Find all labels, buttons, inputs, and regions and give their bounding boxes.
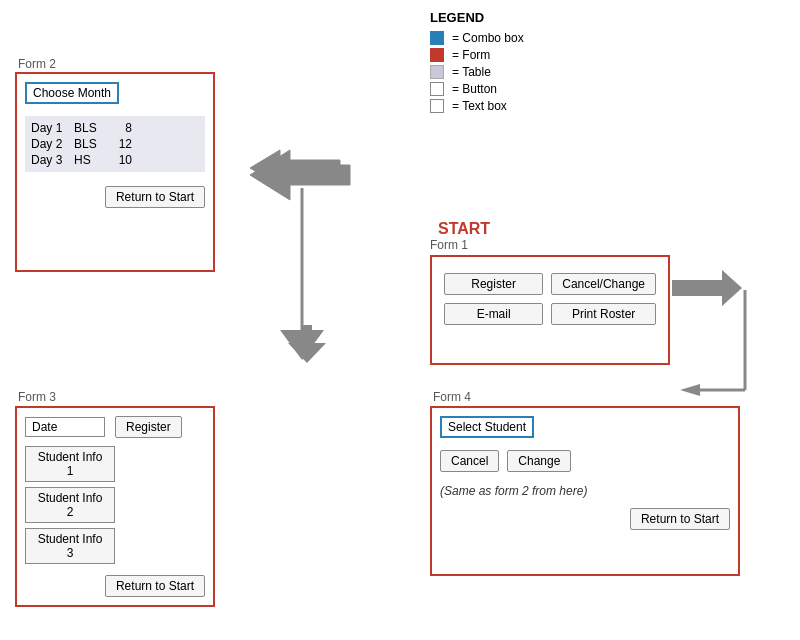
page-container: LEGEND = Combo box = Form = Table = Butt…	[0, 0, 800, 640]
student-info-1-button[interactable]: Student Info 1	[25, 446, 115, 482]
legend-color-form	[430, 48, 444, 62]
svg-marker-4	[288, 325, 326, 363]
legend-color-combo	[430, 31, 444, 45]
form1-button-grid: Register Cancel/Change E-mail Print Rost…	[440, 265, 660, 333]
select-student-combo[interactable]: Select Student	[440, 416, 534, 438]
legend-item-textbox: = Text box	[430, 99, 630, 113]
legend-item-button: = Button	[430, 82, 630, 96]
date-textbox[interactable]: Date	[25, 417, 105, 437]
legend-color-table	[430, 65, 444, 79]
form4-change-button[interactable]: Change	[507, 450, 571, 472]
legend-item-form: = Form	[430, 48, 630, 62]
day3-label: Day 3	[31, 153, 66, 167]
form4-return-button[interactable]: Return to Start	[630, 508, 730, 530]
svg-marker-5	[672, 270, 742, 306]
legend: LEGEND = Combo box = Form = Table = Butt…	[430, 10, 630, 116]
legend-label-table: = Table	[452, 65, 491, 79]
legend-label-form: = Form	[452, 48, 490, 62]
legend-color-textbox	[430, 99, 444, 113]
schedule-table: Day 1 BLS 8 Day 2 BLS 12 Day 3 HS 10	[25, 116, 205, 172]
form3-return-row: Return to Start	[25, 569, 205, 597]
form2-return-button[interactable]: Return to Start	[105, 186, 205, 208]
form4-label: Form 4	[433, 390, 471, 404]
day2-label: Day 2	[31, 137, 66, 151]
register-button[interactable]: Register	[444, 273, 543, 295]
day3-type: HS	[74, 153, 104, 167]
table-row: Day 1 BLS 8	[31, 120, 199, 136]
legend-item-combo: = Combo box	[430, 31, 630, 45]
start-label: START	[438, 220, 490, 238]
form4-cancel-button[interactable]: Cancel	[440, 450, 499, 472]
form3-label: Form 3	[18, 390, 56, 404]
choose-month-combo[interactable]: Choose Month	[25, 82, 119, 104]
svg-marker-8	[680, 384, 700, 396]
svg-marker-0	[250, 150, 350, 200]
day2-count: 12	[112, 137, 132, 151]
form3-register-button[interactable]: Register	[115, 416, 182, 438]
email-button[interactable]: E-mail	[444, 303, 543, 325]
print-roster-button[interactable]: Print Roster	[551, 303, 656, 325]
form1: Register Cancel/Change E-mail Print Rost…	[430, 255, 670, 365]
form1-label: Form 1	[430, 238, 468, 252]
day1-type: BLS	[74, 121, 104, 135]
legend-label-textbox: = Text box	[452, 99, 507, 113]
form4-note: (Same as form 2 from here)	[440, 480, 730, 502]
day3-count: 10	[112, 153, 132, 167]
day1-label: Day 1	[31, 121, 66, 135]
form3-return-button[interactable]: Return to Start	[105, 575, 205, 597]
form4-return-row: Return to Start	[440, 502, 730, 530]
svg-marker-1	[250, 150, 340, 186]
form4: Select Student Cancel Change (Same as fo…	[430, 406, 740, 576]
table-row: Day 2 BLS 12	[31, 136, 199, 152]
table-row: Day 3 HS 10	[31, 152, 199, 168]
legend-label-button: = Button	[452, 82, 497, 96]
legend-color-button	[430, 82, 444, 96]
legend-title: LEGEND	[430, 10, 630, 25]
day2-type: BLS	[74, 137, 104, 151]
form4-action-row: Cancel Change	[440, 450, 730, 472]
student-info-2-button[interactable]: Student Info 2	[25, 487, 115, 523]
day1-count: 8	[112, 121, 132, 135]
date-row: Date Register	[25, 416, 205, 438]
form2: Choose Month Day 1 BLS 8 Day 2 BLS 12 Da…	[15, 72, 215, 272]
cancel-change-button[interactable]: Cancel/Change	[551, 273, 656, 295]
svg-marker-3	[280, 330, 324, 360]
student-info-3-button[interactable]: Student Info 3	[25, 528, 115, 564]
form2-return-row: Return to Start	[25, 180, 205, 208]
legend-item-table: = Table	[430, 65, 630, 79]
legend-label-combo: = Combo box	[452, 31, 524, 45]
form2-label: Form 2	[18, 57, 56, 71]
form3: Date Register Student Info 1 Student Inf…	[15, 406, 215, 607]
